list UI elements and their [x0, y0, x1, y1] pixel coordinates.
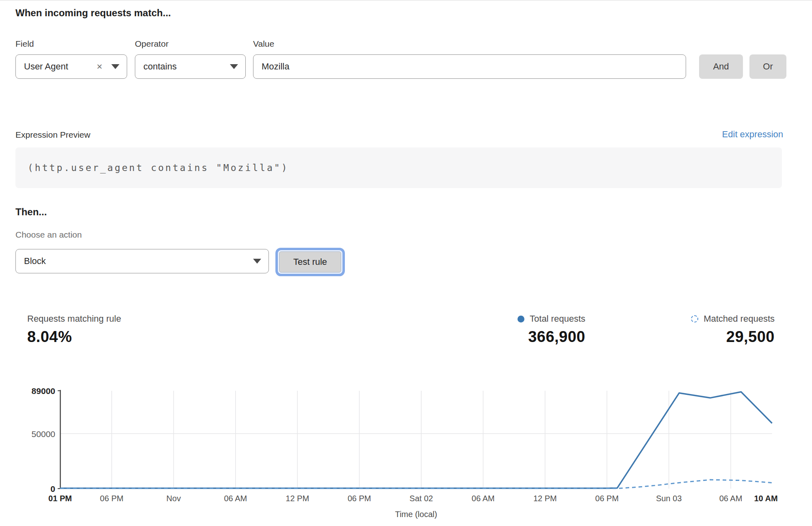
then-heading: Then...	[15, 206, 47, 218]
svg-text:Nov: Nov	[167, 494, 181, 503]
field-label: Field	[15, 39, 34, 49]
svg-text:01 PM: 01 PM	[48, 494, 72, 503]
svg-text:12 PM: 12 PM	[533, 494, 557, 503]
svg-text:06 PM: 06 PM	[348, 494, 371, 503]
and-button[interactable]: And	[699, 54, 743, 79]
requests-chart: 0500008900001 PM06 PMNov06 AM12 PM06 PMS…	[0, 379, 812, 526]
chevron-down-icon	[253, 259, 261, 264]
svg-text:06 AM: 06 AM	[472, 494, 495, 503]
svg-text:0: 0	[50, 484, 55, 494]
stat-matched: Matched requests 29,500	[691, 314, 775, 346]
operator-label: Operator	[135, 39, 169, 49]
stat-total-label: Total requests	[530, 314, 585, 324]
field-select[interactable]: User Agent ×	[15, 54, 127, 79]
expression-preview-box: (http.user_agent contains "Mozilla")	[15, 147, 782, 188]
chevron-down-icon	[111, 64, 119, 69]
stat-matching-label: Requests matching rule	[27, 314, 121, 324]
requests-chart-svg: 0500008900001 PM06 PMNov06 AM12 PM06 PMS…	[0, 379, 812, 526]
field-select-value: User Agent	[24, 61, 68, 72]
clear-icon[interactable]: ×	[97, 62, 102, 71]
svg-text:50000: 50000	[32, 429, 55, 439]
expression-preview-label: Expression Preview	[15, 130, 90, 140]
svg-text:Sun 03: Sun 03	[656, 494, 682, 503]
action-select[interactable]: Block	[15, 249, 269, 273]
action-select-value: Block	[24, 256, 46, 266]
match-heading: When incoming requests match...	[15, 7, 171, 19]
stat-matching: Requests matching rule 8.04%	[27, 314, 121, 346]
svg-text:06 PM: 06 PM	[595, 494, 619, 503]
matched-requests-legend-circle-icon	[691, 315, 698, 323]
svg-text:10 AM: 10 AM	[754, 494, 778, 503]
stat-matched-label: Matched requests	[704, 314, 775, 324]
svg-text:Time (local): Time (local)	[395, 510, 437, 519]
expression-code: (http.user_agent contains "Mozilla")	[28, 162, 289, 173]
or-button[interactable]: Or	[749, 54, 786, 79]
chevron-down-icon	[230, 64, 238, 69]
stat-matched-value: 29,500	[691, 328, 775, 346]
total-requests-legend-dot-icon	[518, 316, 524, 323]
svg-text:06 PM: 06 PM	[100, 494, 123, 503]
value-label: Value	[253, 39, 274, 49]
svg-text:06 AM: 06 AM	[719, 494, 743, 503]
choose-action-label: Choose an action	[15, 230, 82, 240]
operator-select-value: contains	[143, 61, 177, 72]
svg-text:89000: 89000	[32, 386, 55, 396]
rule-builder-page: When incoming requests match... Field Op…	[0, 0, 812, 526]
value-input[interactable]	[253, 54, 686, 79]
svg-text:12 PM: 12 PM	[286, 494, 309, 503]
stat-total: Total requests 366,900	[518, 314, 585, 346]
svg-text:Sat 02: Sat 02	[409, 494, 433, 503]
edit-expression-link[interactable]: Edit expression	[722, 129, 783, 140]
test-rule-button[interactable]: Test rule	[279, 251, 341, 273]
stat-total-value: 366,900	[518, 328, 585, 346]
operator-select[interactable]: contains	[135, 54, 246, 79]
svg-text:06 AM: 06 AM	[224, 494, 247, 503]
stat-matching-value: 8.04%	[27, 328, 121, 346]
